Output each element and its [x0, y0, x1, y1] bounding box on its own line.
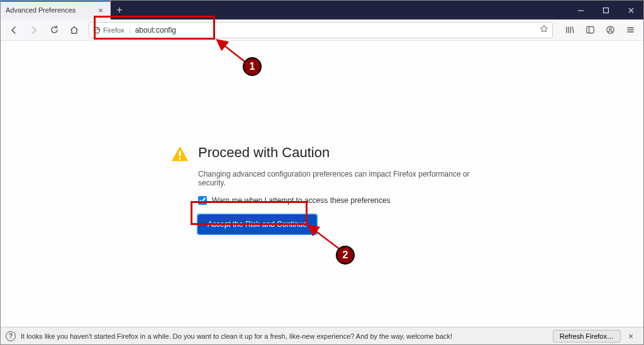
svg-rect-12 — [179, 151, 181, 156]
warn-checkbox-label: Warn me when I attempt to access these p… — [212, 196, 391, 205]
notification-bar: ? It looks like you haven't started Fire… — [1, 327, 643, 344]
browser-tab[interactable]: Advanced Preferences × — [1, 1, 111, 19]
svg-point-8 — [609, 28, 611, 30]
back-button[interactable] — [4, 21, 23, 39]
content-area: Proceed with Caution Changing advanced c… — [1, 41, 643, 327]
bookmark-star-icon[interactable] — [536, 25, 548, 36]
svg-point-4 — [94, 27, 99, 33]
window-controls — [568, 1, 643, 19]
warn-checkbox[interactable] — [198, 196, 207, 205]
address-bar[interactable]: Firefox — [89, 22, 553, 38]
app-menu-button[interactable] — [621, 21, 640, 39]
about-config-warning: Proceed with Caution Changing advanced c… — [170, 145, 485, 234]
url-input[interactable] — [135, 26, 536, 35]
notification-message: It looks like you haven't started Firefo… — [21, 332, 553, 340]
close-window-button[interactable] — [618, 1, 643, 19]
tab-close-icon[interactable]: × — [96, 6, 105, 14]
minimize-button[interactable] — [568, 1, 593, 19]
reload-button[interactable] — [45, 21, 64, 39]
account-button[interactable] — [601, 21, 619, 39]
svg-rect-1 — [603, 8, 608, 13]
svg-rect-5 — [586, 26, 593, 33]
warn-checkbox-row[interactable]: Warn me when I attempt to access these p… — [198, 196, 485, 205]
notification-close-icon[interactable]: × — [623, 331, 638, 341]
navigation-toolbar: Firefox — [1, 19, 643, 41]
warning-icon — [170, 145, 191, 166]
warning-heading: Proceed with Caution — [198, 145, 485, 161]
new-tab-button[interactable]: + — [111, 1, 128, 19]
maximize-button[interactable] — [593, 1, 618, 19]
tab-title: Advanced Preferences — [6, 6, 96, 14]
svg-point-13 — [179, 158, 181, 160]
title-bar: Advanced Preferences × + — [1, 1, 643, 19]
info-icon: ? — [6, 331, 16, 341]
accept-risk-button[interactable]: Accept the Risk and Continue — [198, 215, 316, 234]
forward-button[interactable] — [25, 21, 43, 39]
warning-text: Changing advanced configuration preferen… — [198, 170, 485, 187]
library-button[interactable] — [560, 21, 579, 39]
identity-box[interactable]: Firefox — [93, 26, 130, 34]
home-button[interactable] — [65, 21, 84, 39]
firefox-icon — [93, 26, 101, 34]
refresh-firefox-button[interactable]: Refresh Firefox… — [553, 330, 621, 342]
identity-label: Firefox — [103, 26, 125, 34]
sidebar-button[interactable] — [580, 21, 599, 39]
